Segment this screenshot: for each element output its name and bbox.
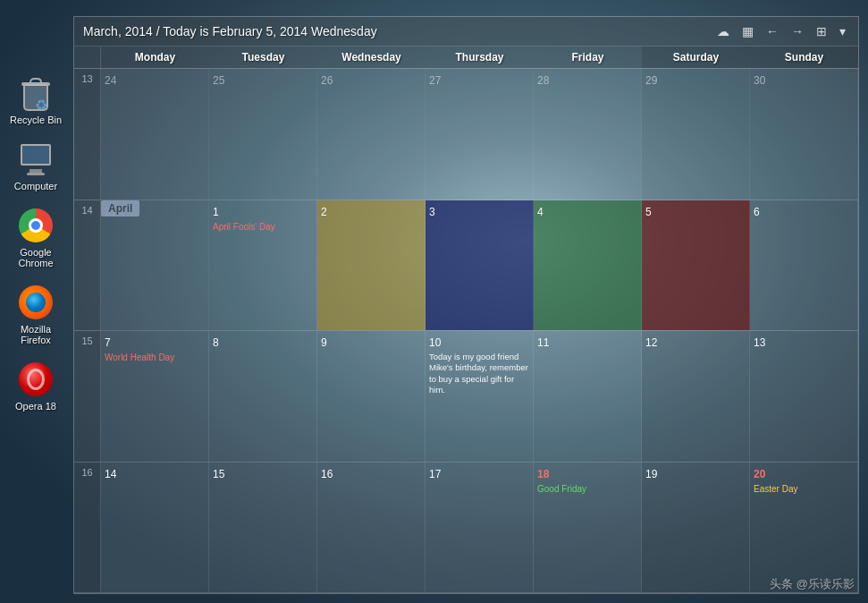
cell-w15-fri[interactable]: 11 [534, 331, 642, 462]
date-w16-sun: 20 [754, 468, 765, 480]
cloud-button[interactable]: ☁ [713, 22, 733, 40]
birthday-event: Today is my good friend Mike's birthday,… [429, 352, 529, 395]
date-w16-thu: 17 [429, 468, 441, 480]
cell-w14-sat[interactable]: 5 [642, 200, 750, 331]
cell-w16-mon[interactable]: 14 [101, 463, 209, 593]
monday-header: Monday [101, 47, 209, 68]
thursday-header: Thursday [426, 47, 534, 68]
calendar-week-14: 14 31 April 1 April Fools' Day 2 3 4 [74, 200, 858, 332]
export-button[interactable]: ⊞ [813, 22, 830, 40]
date-w13-sun: 30 [754, 74, 765, 87]
cell-w15-sat[interactable]: 12 [642, 331, 750, 462]
week-num-14: 14 [74, 200, 101, 331]
cell-w13-mon[interactable]: 24 [101, 69, 209, 200]
watermark: 头条 @乐读乐影 [770, 576, 855, 592]
cell-w13-thu[interactable]: 27 [426, 69, 534, 200]
cell-w16-thu[interactable]: 17 [426, 463, 534, 593]
calendar-body: 13 24 25 26 27 28 29 30 14 31 April 1 Ap… [74, 69, 858, 593]
computer-icon[interactable]: Computer [4, 138, 67, 195]
calendar-widget: March, 2014 / Today is February 5, 2014 … [73, 16, 859, 594]
cell-w14-fri[interactable]: 4 [534, 200, 642, 331]
date-w15-mon: 7 [105, 336, 111, 349]
computer-label: Computer [14, 181, 57, 191]
next-month-button[interactable]: → [788, 22, 807, 40]
date-w13-tue: 25 [213, 74, 224, 87]
calendar-week-13: 13 24 25 26 27 28 29 30 [74, 69, 858, 200]
cell-w13-tue[interactable]: 25 [209, 69, 317, 200]
date-w13-sat: 29 [645, 74, 657, 87]
cell-w14-sun[interactable]: 6 [750, 200, 858, 331]
april-tooltip: April [101, 200, 139, 217]
date-w16-mon: 14 [105, 468, 116, 480]
cell-w15-wed[interactable]: 9 [317, 331, 426, 462]
date-w15-thu: 10 [429, 336, 441, 349]
opera-label: Opera 18 [15, 401, 56, 412]
calendar-controls: ☁ ▦ ← → ⊞ ▾ [713, 22, 849, 40]
date-w13-fri: 28 [537, 74, 549, 87]
google-chrome-label: Google Chrome [8, 247, 63, 268]
calendar-title: March, 2014 / Today is February 5, 2014 … [83, 24, 377, 38]
days-of-week-header: Monday Tuesday Wednesday Thursday Friday… [74, 47, 858, 69]
date-w15-tue: 8 [213, 336, 219, 349]
date-w15-fri: 11 [537, 336, 549, 349]
friday-header: Friday [534, 47, 642, 68]
cell-w13-fri[interactable]: 28 [534, 69, 642, 200]
cell-w15-sun[interactable]: 13 [750, 331, 858, 462]
week-num-15: 15 [74, 331, 101, 462]
date-w14-thu: 3 [429, 206, 435, 218]
prev-month-button[interactable]: ← [763, 22, 782, 40]
date-w15-wed: 9 [321, 336, 327, 349]
recycle-bin-label: Recycle Bin [10, 115, 62, 125]
date-w16-sat: 19 [645, 468, 657, 480]
opera-icon[interactable]: Opera 18 [4, 358, 67, 415]
recycle-bin-icon[interactable]: ♻ Recycle Bin [4, 72, 67, 129]
tuesday-header: Tuesday [209, 47, 317, 68]
date-w16-wed: 16 [321, 468, 333, 480]
week-col-header [74, 47, 101, 68]
date-w14-tue: 1 [213, 206, 219, 218]
mozilla-firefox-label: Mozilla Firefox [8, 324, 63, 345]
cell-w15-thu[interactable]: 10 Today is my good friend Mike's birthd… [426, 331, 534, 462]
date-w14-fri: 4 [537, 206, 544, 218]
cell-w16-sat[interactable]: 19 [642, 463, 750, 593]
desktop-sidebar: ♻ Recycle Bin Computer Google Chrome Moz… [0, 0, 72, 603]
cell-w16-sun[interactable]: 20 Easter Day [750, 463, 858, 593]
date-w16-fri: 18 [537, 468, 549, 480]
calendar-week-15: 15 7 World Health Day 8 9 10 Today is my… [74, 331, 858, 463]
cell-w15-mon[interactable]: 7 World Health Day [101, 331, 209, 462]
week-num-16: 16 [74, 463, 101, 593]
calendar-view-button[interactable]: ▦ [738, 22, 757, 40]
cell-w14-mon[interactable]: 31 April [101, 200, 209, 331]
mozilla-firefox-icon[interactable]: Mozilla Firefox [4, 281, 67, 349]
cell-w16-wed[interactable]: 16 [317, 463, 426, 593]
date-w14-wed: 2 [321, 206, 327, 218]
cell-w14-tue[interactable]: 1 April Fools' Day [209, 200, 317, 331]
cell-w13-wed[interactable]: 26 [317, 69, 426, 200]
date-w13-mon: 24 [105, 74, 116, 87]
cell-w16-tue[interactable]: 15 [209, 463, 317, 593]
sunday-header: Sunday [750, 47, 858, 68]
date-w16-tue: 15 [213, 468, 224, 480]
cell-w16-fri[interactable]: 18 Good Friday [534, 463, 642, 593]
cell-w13-sun[interactable]: 30 [750, 69, 858, 200]
date-w15-sun: 13 [754, 336, 765, 349]
dropdown-button[interactable]: ▾ [836, 22, 849, 40]
calendar-header: March, 2014 / Today is February 5, 2014 … [74, 17, 858, 47]
google-chrome-icon[interactable]: Google Chrome [4, 204, 67, 272]
date-w13-thu: 27 [429, 74, 441, 87]
world-health-day-event: World Health Day [105, 352, 205, 363]
date-w15-sat: 12 [645, 336, 657, 349]
cell-w14-thu[interactable]: 3 [426, 200, 534, 331]
saturday-header: Saturday [642, 47, 750, 68]
easter-day-event: Easter Day [754, 483, 854, 495]
date-w13-wed: 26 [321, 74, 333, 87]
date-w14-sun: 6 [754, 206, 760, 218]
week-num-13: 13 [74, 69, 101, 200]
calendar-week-16: 16 14 15 16 17 18 Good Friday 1 [74, 463, 858, 594]
cell-w15-tue[interactable]: 8 [209, 331, 317, 462]
cell-w13-sat[interactable]: 29 [642, 69, 750, 200]
cell-w14-wed[interactable]: 2 [317, 200, 426, 331]
wednesday-header: Wednesday [317, 47, 426, 68]
calendar-grid: Monday Tuesday Wednesday Thursday Friday… [74, 47, 858, 593]
date-w14-sat: 5 [645, 206, 652, 218]
